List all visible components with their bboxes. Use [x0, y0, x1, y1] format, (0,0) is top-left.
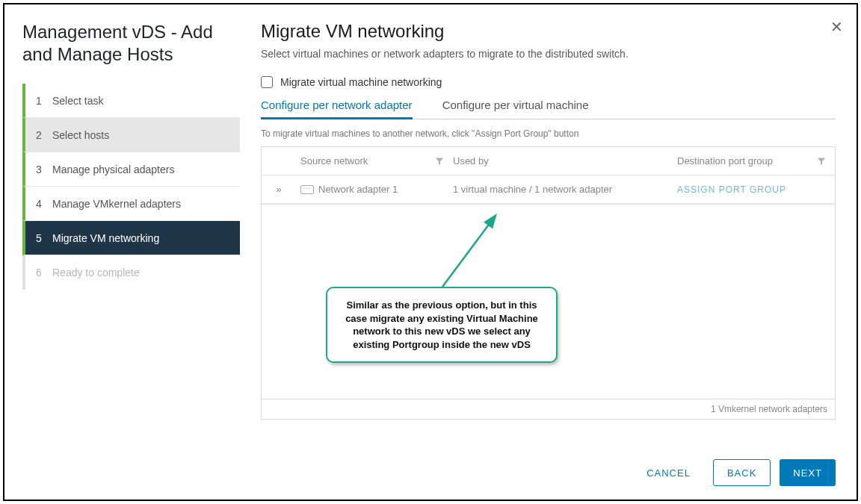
step-number: 2 [36, 129, 52, 141]
close-icon[interactable]: ✕ [830, 18, 843, 36]
tabs: Configure per network adapter Configure … [261, 99, 836, 119]
step-label: Ready to complete [52, 267, 140, 279]
nic-icon [300, 185, 314, 194]
hint-text: To migrate virtual machines to another n… [261, 128, 836, 139]
tab-configure-per-vm[interactable]: Configure per virtual machine [442, 99, 589, 119]
checkbox-label: Migrate virtual machine networking [280, 76, 442, 88]
step-number: 5 [36, 232, 52, 244]
step-select-task[interactable]: 1 Select task [22, 84, 240, 118]
next-button[interactable]: NEXT [780, 459, 836, 486]
annotation-callout: Similar as the previous option, but in t… [326, 287, 558, 363]
adapter-table: Source network Used by Destination port … [261, 146, 836, 205]
cancel-button[interactable]: CANCEL [633, 459, 704, 486]
step-number: 1 [36, 95, 52, 107]
cell-destination: ASSIGN PORT GROUP [677, 184, 835, 195]
assign-port-group-link[interactable]: ASSIGN PORT GROUP [677, 184, 786, 195]
back-button[interactable]: BACK [713, 459, 771, 486]
wizard-buttons: CANCEL BACK NEXT [261, 444, 836, 486]
wizard-title: Management vDS - Add and Manage Hosts [22, 21, 240, 66]
step-number: 3 [36, 164, 52, 175]
cell-source-network: Network adapter 1 [296, 184, 453, 195]
expand-icon[interactable]: » [262, 184, 296, 195]
wizard-sidebar: Management vDS - Add and Manage Hosts 1 … [4, 4, 240, 500]
step-manage-vmkernel-adapters[interactable]: 4 Manage VMkernel adapters [22, 187, 240, 221]
checkbox-icon[interactable] [261, 76, 273, 88]
filter-icon[interactable] [435, 157, 444, 166]
step-manage-physical-adapters[interactable]: 3 Manage physical adapters [22, 152, 240, 187]
step-number: 6 [36, 267, 52, 279]
step-label: Select task [52, 95, 103, 107]
step-label: Manage VMkernel adapters [52, 198, 181, 210]
cell-used-by: 1 virtual machine / 1 network adapter [453, 184, 677, 195]
col-source-network[interactable]: Source network [296, 155, 453, 167]
table-header: Source network Used by Destination port … [262, 147, 835, 175]
wizard-dialog: Management vDS - Add and Manage Hosts 1 … [3, 3, 858, 501]
page-subtitle: Select virtual machines or network adapt… [261, 48, 836, 60]
step-label: Migrate VM networking [52, 232, 159, 244]
filter-icon[interactable] [817, 157, 826, 166]
tab-configure-per-adapter[interactable]: Configure per network adapter [261, 99, 413, 119]
migrate-checkbox-row[interactable]: Migrate virtual machine networking [261, 76, 836, 88]
table-footer: 1 Vmkernel network adapters [261, 399, 836, 420]
table-row[interactable]: » Network adapter 1 1 virtual machine / … [262, 175, 835, 204]
step-label: Manage physical adapters [52, 164, 174, 175]
col-used-by[interactable]: Used by [453, 155, 677, 167]
wizard-steps: 1 Select task 2 Select hosts 3 Manage ph… [22, 84, 240, 290]
col-destination[interactable]: Destination port group [677, 155, 835, 167]
step-migrate-vm-networking[interactable]: 5 Migrate VM networking [22, 221, 240, 255]
step-label: Select hosts [52, 129, 109, 141]
main-panel: ✕ Migrate VM networking Select virtual m… [240, 4, 857, 500]
step-number: 4 [36, 198, 52, 210]
page-title: Migrate VM networking [261, 21, 836, 42]
step-select-hosts[interactable]: 2 Select hosts [22, 118, 240, 152]
step-ready-to-complete: 6 Ready to complete [22, 255, 240, 290]
